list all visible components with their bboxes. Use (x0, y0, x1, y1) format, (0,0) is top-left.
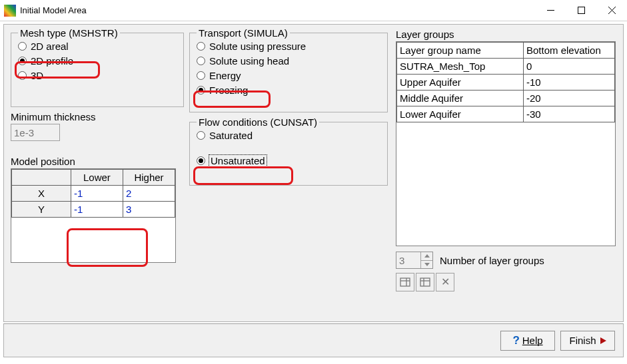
radio-label: Solute using head (209, 55, 289, 67)
radio-solute-pressure[interactable]: Solute using pressure (197, 39, 380, 53)
window-title: Initial Model Area (20, 5, 535, 15)
radio-2d-profile[interactable]: 2D profile (18, 53, 177, 68)
radio-freezing[interactable]: Freezing (197, 83, 380, 97)
table-row: Y -1 3 (12, 202, 175, 218)
close-icon: ✕ (441, 277, 450, 287)
row-axis: Y (12, 202, 71, 218)
help-button[interactable]: ? Help (500, 331, 555, 351)
radio-label: Unsaturated (209, 155, 267, 166)
delete-row-button[interactable]: ✕ (436, 273, 454, 291)
flow-legend: Flow conditions (CUNSAT) (197, 116, 319, 128)
mesh-type-group: Mesh type (MSHSTR) 2D areal 2D profile 3… (11, 27, 184, 107)
radio-solute-head[interactable]: Solute using head (197, 53, 380, 68)
col-name: Layer group name (397, 43, 524, 59)
spin-value: 3 (396, 255, 420, 266)
radio-energy[interactable]: Energy (197, 68, 380, 83)
radio-label: Solute using pressure (209, 41, 306, 52)
maximize-button[interactable] (566, 0, 596, 21)
layer-count-label: Number of layer groups (440, 255, 544, 266)
radio-icon (197, 57, 205, 65)
min-thickness-input[interactable] (11, 124, 60, 141)
titlebar: Initial Model Area (0, 0, 627, 21)
table-row: Middle Aquifer-20 (397, 91, 615, 106)
layer-groups-table[interactable]: Layer group name Bottom elevation SUTRA_… (396, 41, 616, 246)
radio-label: Energy (209, 70, 241, 81)
radio-icon (18, 71, 27, 80)
finish-button[interactable]: Finish (560, 331, 615, 351)
col-lower: Lower (71, 170, 123, 186)
radio-unsaturated[interactable]: Unsaturated (197, 153, 380, 168)
radio-3d[interactable]: 3D (18, 68, 177, 83)
cell-lower[interactable]: -1 (71, 202, 123, 218)
radio-label: Saturated (209, 130, 253, 141)
arrow-right-icon (600, 337, 606, 344)
col-higher: Higher (123, 170, 175, 186)
table-row: SUTRA_Mesh_Top0 (397, 59, 615, 75)
radio-label: 3D (31, 70, 43, 81)
layer-count-spinner[interactable]: 3 (396, 252, 433, 269)
table-row: Lower Aquifer-30 (397, 106, 615, 122)
flow-conditions-group: Flow conditions (CUNSAT) Saturated Unsat… (189, 116, 388, 186)
help-icon: ? (512, 334, 519, 347)
cell-higher[interactable]: 3 (123, 202, 175, 218)
svg-rect-4 (400, 278, 410, 286)
layer-groups-label: Layer groups (396, 29, 616, 40)
model-position-table[interactable]: Lower Higher X -1 2 Y -1 3 (11, 168, 176, 263)
insert-row-button[interactable] (396, 273, 414, 291)
add-row-button[interactable] (416, 273, 434, 291)
svg-rect-1 (578, 7, 584, 14)
svg-rect-7 (420, 278, 430, 286)
mesh-type-legend: Mesh type (MSHSTR) (18, 27, 120, 39)
help-label: Help (522, 335, 543, 346)
radio-label: 2D profile (31, 55, 73, 67)
bottom-bar: ? Help Finish (3, 323, 624, 357)
spinner-arrows-icon[interactable] (420, 252, 432, 268)
app-icon (4, 5, 16, 17)
finish-label: Finish (569, 335, 596, 346)
radio-saturated[interactable]: Saturated (197, 128, 380, 142)
radio-icon (197, 156, 205, 165)
radio-icon (197, 86, 205, 94)
col-bottom: Bottom elevation (524, 43, 615, 59)
client-area: Mesh type (MSHSTR) 2D areal 2D profile 3… (3, 24, 624, 322)
radio-icon (18, 57, 27, 65)
radio-icon (197, 42, 205, 51)
table-row: X -1 2 (12, 186, 175, 202)
transport-group: Transport (SIMULA) Solute using pressure… (189, 27, 388, 112)
radio-icon (18, 42, 27, 51)
row-axis: X (12, 186, 71, 202)
transport-legend: Transport (SIMULA) (197, 27, 290, 39)
min-thickness-label: Minimum thickness (11, 111, 184, 122)
radio-icon (197, 131, 205, 140)
radio-icon (197, 71, 205, 80)
close-button[interactable] (596, 0, 627, 21)
cell-higher[interactable]: 2 (123, 186, 175, 202)
model-position-label: Model position (11, 156, 184, 167)
radio-label: Freezing (209, 85, 248, 96)
radio-2d-areal[interactable]: 2D areal (18, 39, 177, 53)
minimize-button[interactable] (535, 0, 566, 21)
table-row: Upper Aquifer-10 (397, 75, 615, 91)
cell-lower[interactable]: -1 (71, 186, 123, 202)
radio-label: 2D areal (31, 41, 69, 52)
